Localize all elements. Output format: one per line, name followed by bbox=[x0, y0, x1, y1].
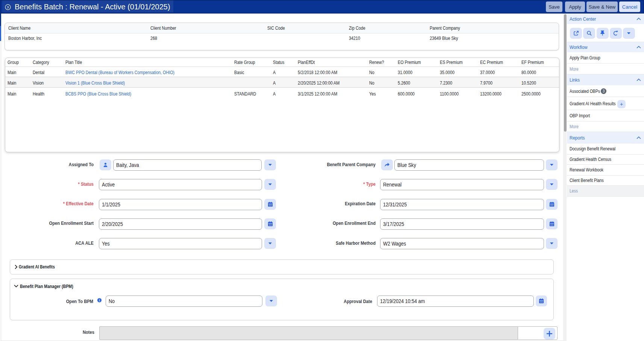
svg-text:?: ? bbox=[7, 5, 9, 9]
